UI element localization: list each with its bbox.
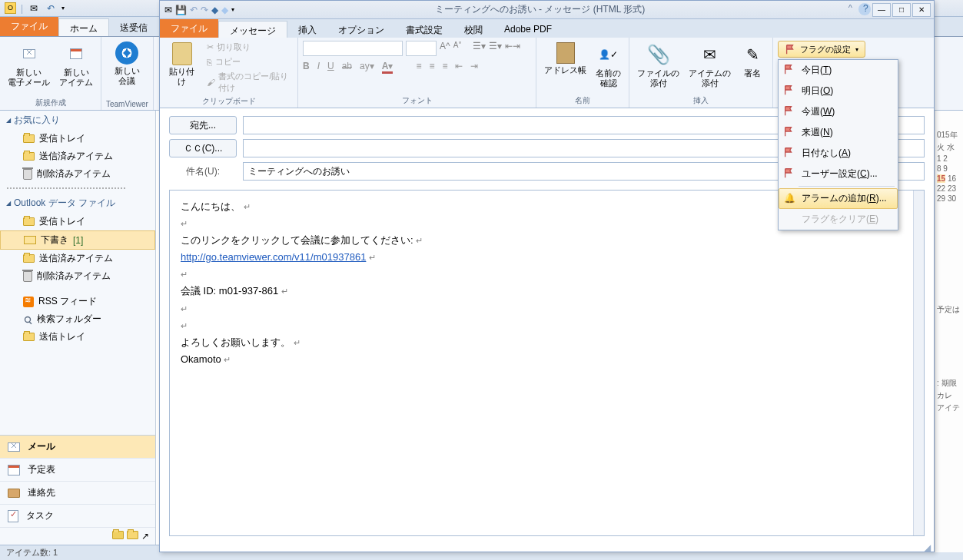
highlight-button[interactable]: ay▾ [360, 61, 374, 74]
meeting-link[interactable]: http://go.teamviewer.com/v11/m01937861 [181, 251, 366, 263]
qat-send-icon[interactable]: ✉ [164, 5, 172, 15]
nav-btn-tasks[interactable]: タスク [0, 505, 155, 528]
flag-icon [785, 44, 795, 55]
nav-section-favorites[interactable]: お気に入り [0, 111, 155, 130]
body-line-5: Okamoto [181, 353, 224, 365]
font-color-button[interactable]: A▾ [382, 61, 394, 74]
notes-icon[interactable] [112, 531, 124, 539]
compose-tab-file[interactable]: ファイル [160, 19, 218, 38]
minimize-button[interactable]: — [872, 3, 891, 17]
strike-button[interactable]: ab [342, 61, 352, 74]
to-button[interactable]: 宛先... [169, 116, 237, 134]
compose-tab-message[interactable]: メッセージ [218, 21, 287, 38]
address-book-icon [556, 42, 575, 64]
outdent-button[interactable]: ⇤ [455, 61, 463, 74]
flag-settings-button[interactable]: フラグの設定 [778, 41, 865, 58]
underline-button[interactable]: U [327, 61, 334, 74]
shrink-font-button[interactable]: A˅ [453, 41, 463, 56]
compose-ribbon: 貼り付け ✂切り取り ⎘コピー 🖌書式のコピー/貼り付け クリップボード A^ … [160, 38, 934, 108]
align-center-button[interactable]: ≡ [429, 61, 434, 74]
nav-btn-calendar[interactable]: 予定表 [0, 459, 155, 482]
align-right-button[interactable]: ≡ [442, 61, 447, 74]
folder-open-icon [24, 236, 36, 244]
nav-btn-mail[interactable]: メール [0, 436, 155, 459]
font-family-select[interactable] [303, 41, 403, 56]
bullets-button[interactable]: ☰▾ [473, 41, 486, 56]
flag-add-alarm[interactable]: 🔔アラームの追加(R)... [779, 188, 898, 209]
attach-file-button[interactable]: 📎 ファイルの 添付 [634, 41, 682, 90]
qat-dropdown-icon[interactable]: ▾ [61, 5, 65, 12]
numbering-button[interactable]: ☰▾ [489, 41, 502, 56]
vertical-ruler [913, 191, 924, 535]
ribbon-minimize-icon[interactable]: ^ [844, 3, 857, 17]
qat-prev-icon[interactable]: ◆ [211, 5, 218, 15]
folder-list-icon[interactable] [127, 531, 138, 539]
flag-next-week[interactable]: 来週(N) [779, 122, 898, 143]
qat-undo-icon[interactable]: ↶ [190, 5, 198, 15]
nav-deleted[interactable]: 削除済みアイテム [0, 165, 155, 183]
nav-search-folders[interactable]: 検索フォルダー [0, 310, 155, 328]
compose-tab-format[interactable]: 書式設定 [395, 21, 453, 38]
nav-inbox-2[interactable]: 受信トレイ [0, 213, 155, 230]
cc-button[interactable]: ＣＣ(C)... [169, 139, 237, 157]
compose-resize-grip[interactable]: ◢ [160, 542, 934, 552]
send-receive-icon[interactable]: ✉ [28, 2, 40, 15]
compose-title: ミーティングへのお誘い - メッセージ (HTML 形式) [239, 3, 841, 16]
check-names-button[interactable]: 👤✓ 名前の 確認 [593, 41, 624, 90]
compose-tab-pdf[interactable]: Adobe PDF [493, 21, 563, 38]
nav-deleted-2[interactable]: 削除済みアイテム [0, 267, 155, 285]
flag-today[interactable]: 今日(T) [779, 60, 898, 81]
flag-custom[interactable]: ユーザー設定(C)... [779, 164, 898, 184]
nav-btn-contacts[interactable]: 連絡先 [0, 482, 155, 505]
tab-send-receive[interactable]: 送受信 [109, 18, 158, 36]
maximize-button[interactable]: □ [892, 3, 911, 17]
compose-tab-options[interactable]: オプション [327, 21, 395, 38]
flag-this-week[interactable]: 今週(W) [779, 101, 898, 122]
compose-body[interactable]: こんにちは、 ↵ ↵ このリンクをクリックして会議に参加してください: ↵ ht… [169, 190, 925, 536]
tab-file[interactable]: ファイル [0, 17, 58, 36]
italic-button[interactable]: I [317, 61, 320, 74]
shortcuts-icon[interactable]: ↗ [141, 531, 149, 542]
trash-icon [23, 271, 32, 282]
close-button[interactable]: ✕ [912, 3, 931, 17]
align-left-button[interactable]: ≡ [416, 61, 421, 74]
signature-button[interactable]: ✎ 署名 [737, 41, 768, 90]
qat-redo-icon[interactable]: ↷ [201, 5, 208, 15]
indent-button-2[interactable]: ⇥ [470, 61, 478, 74]
paste-button[interactable]: 貼り付け [164, 41, 199, 94]
attach-item-button[interactable]: ✉ アイテムの 添付 [686, 41, 734, 90]
new-email-button[interactable]: 新しい 電子メール [5, 40, 53, 89]
nav-inbox[interactable]: 受信トレイ [0, 130, 155, 147]
nav-rss[interactable]: RSS フィード [0, 293, 155, 310]
qat-save-icon[interactable]: 💾 [175, 5, 187, 15]
flag-dropdown-menu: 今日(T) 明日(O) 今週(W) 来週(N) 日付なし(A) ユーザー設定(C… [778, 59, 898, 230]
format-painter-button[interactable]: 🖌書式のコピー/貼り付け [204, 70, 293, 94]
nav-sent[interactable]: 送信済みアイテム [0, 147, 155, 165]
compose-message-window: ✉ 💾 ↶ ↷ ◆ ◆ ▾ ミーティングへのお誘い - メッセージ (HTML … [159, 0, 935, 552]
cut-button[interactable]: ✂切り取り [204, 41, 293, 54]
tab-home[interactable]: ホーム [58, 18, 109, 36]
undo-icon[interactable]: ↶ [45, 2, 57, 15]
copy-button[interactable]: ⎘コピー [204, 55, 293, 68]
new-items-button[interactable]: 新しい アイテム [56, 40, 96, 89]
new-meeting-button[interactable]: 新しい 会議 [111, 40, 143, 88]
qat-drop-icon[interactable]: ▾ [231, 6, 234, 13]
nav-drafts[interactable]: 下書き [1] [0, 230, 155, 250]
calendar-icon [8, 465, 20, 476]
flag-tomorrow[interactable]: 明日(O) [779, 81, 898, 101]
compose-tab-insert[interactable]: 挿入 [287, 21, 327, 38]
nav-outbox[interactable]: 送信トレイ [0, 328, 155, 346]
help-icon[interactable]: ? [858, 3, 871, 15]
grow-font-button[interactable]: A^ [440, 41, 450, 56]
flag-no-date[interactable]: 日付なし(A) [779, 143, 898, 164]
compose-tab-review[interactable]: 校閲 [453, 21, 493, 38]
nav-section-datafile[interactable]: Outlook データ ファイル [0, 194, 155, 213]
ribbon-group-tags: フラグの設定 今日(T) 明日(O) 今週(W) 来週(N) 日付なし(A) ユ… [773, 38, 870, 108]
ribbon-group-label-tv: TeamViewer [106, 98, 148, 108]
address-book-button[interactable]: アドレス帳 [541, 41, 589, 90]
nav-sent-2[interactable]: 送信済みアイテム [0, 250, 155, 267]
bold-button[interactable]: B [303, 61, 310, 74]
font-size-select[interactable] [406, 41, 437, 56]
indent-button[interactable]: ⇤⇥ [505, 41, 520, 56]
qat-next-icon[interactable]: ◆ [221, 5, 228, 15]
